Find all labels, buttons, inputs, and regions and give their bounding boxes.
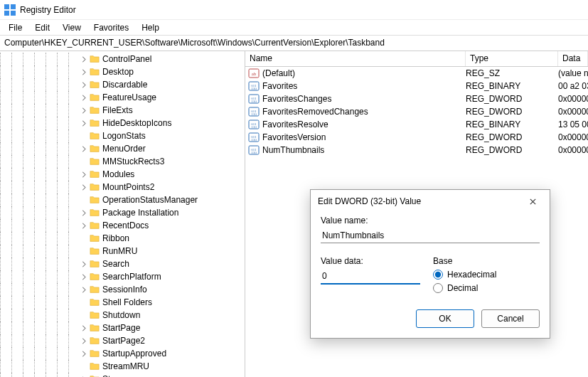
radio-decimal[interactable]: Decimal: [433, 283, 540, 293]
tree-item-label: MountPoints2: [102, 181, 154, 193]
value-row[interactable]: NumThumbnailsREG_DWORD0x00000: [245, 144, 588, 156]
tree-item-label: Ribbon: [102, 232, 129, 245]
folder-icon: [89, 156, 100, 166]
expander-icon[interactable]: [80, 144, 88, 153]
tree-item-label: ControlPanel: [102, 53, 151, 65]
tree-item-streammru[interactable]: StreamMRU: [0, 360, 245, 373]
tree-item-featureusage[interactable]: FeatureUsage: [0, 91, 245, 104]
tree-item-label: SearchPlatform: [102, 270, 161, 283]
radio-hex-input[interactable]: [433, 270, 443, 280]
menu-file[interactable]: File: [3, 21, 28, 34]
tree-item-label: Discardable: [102, 78, 147, 91]
expander-icon[interactable]: [80, 119, 88, 127]
tree-item-label: HideDesktopIcons: [102, 117, 171, 129]
expander-icon[interactable]: [80, 272, 88, 281]
chevron-right-icon: [81, 274, 87, 280]
expander-icon[interactable]: [80, 208, 88, 217]
folder-icon: [89, 182, 100, 192]
folder-icon: [89, 336, 100, 346]
tree-item-controlpanel[interactable]: ControlPanel: [0, 53, 245, 65]
menu-view[interactable]: View: [57, 21, 87, 34]
menu-help[interactable]: Help: [136, 21, 165, 34]
expander-icon[interactable]: [80, 221, 88, 230]
tree-item-label: StreamMRU: [102, 360, 149, 373]
chevron-right-icon: [81, 171, 87, 178]
tree-item-ribbon[interactable]: Ribbon: [0, 232, 245, 245]
expander-icon[interactable]: [80, 55, 88, 63]
tree-item-label: LogonStats: [102, 129, 146, 142]
tree-item-fileexts[interactable]: FileExts: [0, 104, 245, 117]
menu-edit[interactable]: Edit: [29, 21, 55, 34]
cancel-button[interactable]: Cancel: [481, 309, 540, 328]
binary-value-icon: [248, 93, 260, 105]
col-header-data[interactable]: Data: [558, 51, 588, 66]
folder-icon: [89, 221, 100, 230]
tree-item-operationstatusmanager[interactable]: OperationStatusManager: [0, 193, 245, 206]
folder-icon: [89, 105, 100, 115]
tree-item-shutdown[interactable]: Shutdown: [0, 309, 245, 322]
folder-icon: [89, 54, 100, 64]
radio-dec-input[interactable]: [433, 283, 443, 293]
expander-icon[interactable]: [80, 324, 88, 332]
tree-item-logonstats[interactable]: LogonStats: [0, 129, 245, 142]
expander-icon[interactable]: [80, 183, 88, 191]
expander-icon[interactable]: [80, 170, 88, 179]
expander-icon[interactable]: [80, 80, 88, 89]
menu-favorites[interactable]: Favorites: [88, 21, 134, 34]
expander-icon[interactable]: [80, 93, 88, 102]
ok-button[interactable]: OK: [416, 309, 474, 328]
tree-item-label: StartupApproved: [102, 347, 166, 360]
tree-item-menuorder[interactable]: MenuOrder: [0, 142, 245, 155]
value-row[interactable]: FavoritesREG_BINARY00 a2 03: [245, 80, 588, 92]
value-row[interactable]: FavoritesRemovedChangesREG_DWORD0x00000: [245, 105, 588, 118]
col-header-type[interactable]: Type: [466, 51, 558, 66]
value-row[interactable]: FavoritesVersionREG_DWORD0x00000: [245, 131, 588, 144]
tree-item-modules[interactable]: Modules: [0, 168, 245, 181]
value-data: 0x00000: [558, 107, 588, 117]
tree-item-recentdocs[interactable]: RecentDocs: [0, 219, 245, 232]
expander-icon[interactable]: [80, 260, 88, 268]
value-name-field[interactable]: [321, 228, 540, 243]
col-header-name[interactable]: Name: [245, 51, 466, 66]
list-header: Name Type Data: [245, 51, 588, 67]
tree-item-hidedesktopicons[interactable]: HideDesktopIcons: [0, 117, 245, 129]
value-row[interactable]: FavoritesResolveREG_BINARY13 05 00: [245, 118, 588, 131]
chevron-right-icon: [81, 325, 87, 331]
tree-item-discardable[interactable]: Discardable: [0, 78, 245, 91]
expander-icon[interactable]: [80, 106, 88, 115]
tree-item-mountpoints2[interactable]: MountPoints2: [0, 181, 245, 193]
menubar: File Edit View Favorites Help: [0, 20, 588, 36]
expander-icon[interactable]: [80, 349, 88, 358]
tree-item-startpage[interactable]: StartPage: [0, 322, 245, 334]
address-bar[interactable]: Computer\HKEY_CURRENT_USER\Software\Micr…: [0, 36, 588, 51]
tree-item-mmstuckrects3[interactable]: MMStuckRects3: [0, 155, 245, 168]
value-row[interactable]: FavoritesChangesREG_DWORD0x00000: [245, 92, 588, 105]
radio-dec-label: Decimal: [447, 283, 478, 293]
expander-icon[interactable]: [80, 285, 88, 294]
value-data: 0x00000: [558, 145, 588, 155]
value-data-field[interactable]: [321, 269, 420, 285]
radio-hexadecimal[interactable]: Hexadecimal: [433, 270, 540, 280]
tree-item-streams[interactable]: Streams: [0, 373, 245, 377]
tree-item-sessioninfo[interactable]: SessionInfo: [0, 283, 245, 296]
tree-item-startupapproved[interactable]: StartupApproved: [0, 347, 245, 360]
tree-item-runmru[interactable]: RunMRU: [0, 245, 245, 257]
window-title: Registry Editor: [20, 5, 76, 15]
chevron-right-icon: [81, 184, 87, 191]
value-name: FavoritesRemovedChanges: [262, 107, 368, 117]
value-type: REG_BINARY: [466, 120, 558, 129]
tree-item-label: Desktop: [102, 65, 134, 78]
expander-icon[interactable]: [80, 68, 88, 76]
binary-value-icon: [248, 106, 260, 117]
value-row[interactable]: (Default)REG_SZ(value n: [245, 67, 588, 80]
tree-panel[interactable]: ControlPanelDesktopDiscardableFeatureUsa…: [0, 51, 245, 377]
tree-item-shell-folders[interactable]: Shell Folders: [0, 296, 245, 309]
tree-item-package-installation[interactable]: Package Installation: [0, 206, 245, 219]
folder-icon: [89, 285, 100, 294]
tree-item-searchplatform[interactable]: SearchPlatform: [0, 270, 245, 283]
tree-item-desktop[interactable]: Desktop: [0, 65, 245, 78]
tree-item-startpage2[interactable]: StartPage2: [0, 334, 245, 347]
expander-icon[interactable]: [80, 336, 88, 345]
dialog-close-button[interactable]: [523, 193, 542, 209]
tree-item-search[interactable]: Search: [0, 257, 245, 270]
